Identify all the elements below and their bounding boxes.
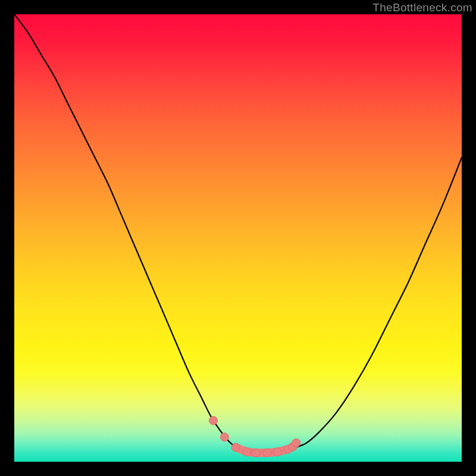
plot-area — [14, 14, 462, 462]
watermark-text: TheBottleneck.com — [372, 1, 472, 14]
chart-frame: TheBottleneck.com — [0, 0, 476, 476]
gradient-background — [14, 14, 462, 462]
